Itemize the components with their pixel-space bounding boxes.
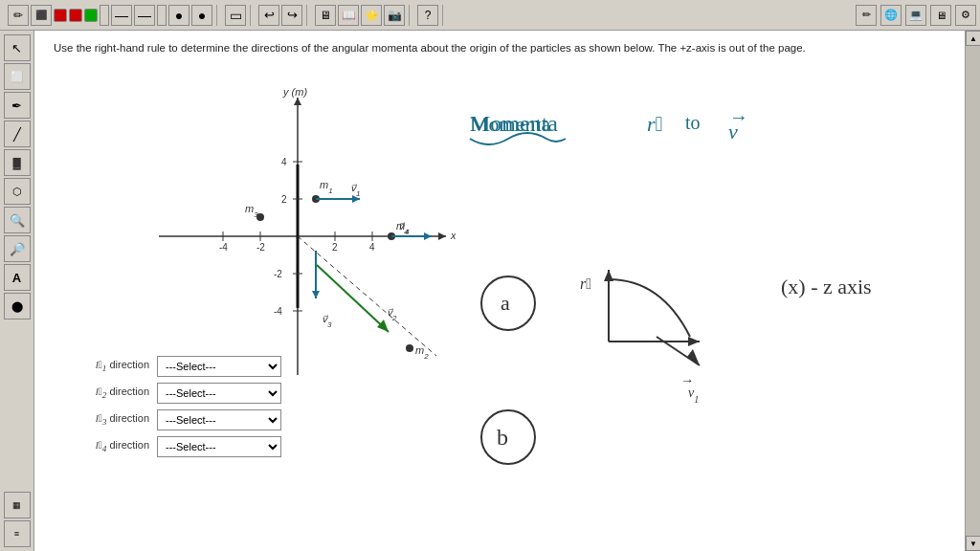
toolbar-page-btn[interactable]: ▭: [225, 5, 246, 26]
dropdown-row-l4: l⃗4 direction ---Select---+z-z+x-x+y-y: [73, 436, 360, 457]
l4-label: l⃗4 direction: [73, 439, 149, 453]
svg-text:-2: -2: [274, 269, 282, 279]
toolbar-right-btn2[interactable]: 🌐: [880, 5, 902, 26]
svg-marker-4: [294, 98, 301, 105]
sidebar-select-btn[interactable]: ⬡: [4, 178, 31, 205]
v-vector: v: [728, 120, 738, 143]
sidebar-zoomout-btn[interactable]: 🔎: [4, 235, 31, 262]
sidebar-pen-btn[interactable]: ✒: [4, 92, 31, 119]
toolbar-red-btn[interactable]: [54, 9, 67, 22]
toolbar-right-btn3[interactable]: 💻: [905, 5, 926, 26]
sidebar-line-btn[interactable]: ╱: [4, 121, 31, 147]
l3-label: l⃗3 direction: [73, 412, 149, 427]
toolbar-question-btn[interactable]: ?: [417, 5, 438, 26]
sidebar-eraser-btn[interactable]: ⬜: [4, 63, 31, 90]
main-content: Use the right-hand rule to determine the…: [34, 31, 965, 551]
r-vector: r⃗: [647, 112, 663, 136]
toolbar-group-tools: ✏ ⬛ — — ● ●: [4, 5, 217, 26]
svg-marker-36: [424, 232, 432, 240]
svg-text:m3: m3: [245, 203, 258, 219]
scrollbar-right[interactable]: ▲ ▼: [965, 31, 980, 551]
toolbar-dot2-btn[interactable]: ●: [191, 5, 212, 26]
toolbar-dash2-btn[interactable]: —: [134, 5, 155, 26]
coordinate-graph: x (m) y (m) -4 -2 2 4 4 2 -2 -4: [149, 88, 456, 385]
svg-marker-3: [438, 232, 446, 240]
toolbar-group-history: ↩ ↪: [255, 5, 307, 26]
l3-select[interactable]: ---Select---+z-z+x-x+y-y: [157, 409, 281, 430]
l1-select[interactable]: ---Select---+z-z+x-x+y-y: [157, 356, 281, 377]
problem-statement: Use the right-hand rule to determine the…: [54, 42, 806, 54]
axis-right-arrowhead: [688, 337, 700, 346]
sidebar-pointer-btn[interactable]: ↖: [4, 34, 31, 61]
z-axis-text: (x) - z axis: [781, 275, 872, 298]
toolbar-spacer: [100, 5, 109, 26]
toolbar-right-btn5[interactable]: ⚙: [955, 5, 976, 26]
circle-a-label: a: [501, 291, 510, 315]
svg-text:2: 2: [332, 242, 338, 253]
l4-select[interactable]: ---Select---+z-z+x-x+y-y: [157, 436, 281, 457]
sidebar-bottom2-btn[interactable]: ≡: [4, 520, 31, 547]
sidebar-zoomin-btn[interactable]: 🔍: [4, 207, 31, 233]
sidebar-text-btn[interactable]: A: [4, 264, 31, 291]
right-svg: Momenta r⃗ to → v a b (x) - z axis: [456, 83, 965, 551]
v1-arrowhead: [687, 349, 700, 365]
dropdown-row-l3: l⃗3 direction ---Select---+z-z+x-x+y-y: [73, 409, 360, 430]
toolbar-screen-btn[interactable]: 🖥: [315, 5, 336, 26]
svg-text:-2: -2: [256, 242, 265, 253]
svg-text:v⃗3: v⃗3: [322, 314, 332, 329]
svg-text:-4: -4: [219, 242, 228, 253]
svg-text:v⃗2: v⃗2: [387, 307, 397, 322]
v1-text: v1: [688, 386, 699, 405]
toolbar-dash-btn[interactable]: —: [111, 5, 132, 26]
l2-label: l⃗2 direction: [73, 386, 149, 400]
scroll-up-btn[interactable]: ▲: [966, 31, 980, 46]
graph-area: x (m) y (m) -4 -2 2 4 4 2 -2 -4: [149, 88, 456, 385]
toolbar-red2-btn[interactable]: [69, 9, 82, 22]
svg-text:2: 2: [281, 194, 287, 205]
svg-marker-39: [312, 291, 320, 298]
toolbar-dot-btn[interactable]: ●: [168, 5, 189, 26]
r-hat-diagram: r⃗: [580, 276, 591, 292]
to-text: to: [685, 112, 701, 133]
toolbar: ✏ ⬛ — — ● ● ▭ ↩ ↪ 🖥 📖 ⭐ 📷 ? ✏ 🌐 💻 🖥 ⚙: [0, 0, 980, 31]
quarter-circle: [609, 279, 690, 337]
toolbar-camera-btn[interactable]: 📷: [384, 5, 405, 26]
toolbar-square-btn[interactable]: ⬛: [31, 5, 52, 26]
svg-text:4: 4: [369, 242, 375, 253]
svg-text:-4: -4: [274, 306, 282, 317]
l1-label: l⃗1 direction: [73, 359, 149, 373]
sidebar-highlight-btn[interactable]: ▓: [4, 149, 31, 176]
toolbar-redo-btn[interactable]: ↪: [281, 5, 302, 26]
svg-text:4: 4: [281, 157, 287, 167]
toolbar-right-btn1[interactable]: ✏: [856, 5, 877, 26]
scroll-down-btn[interactable]: ▼: [966, 536, 980, 551]
svg-point-31: [406, 344, 413, 352]
right-content: Momenta Momenta r⃗ to → v a b (x) - z: [456, 83, 955, 551]
toolbar-book-btn[interactable]: 📖: [338, 5, 359, 26]
l2-select[interactable]: ---Select---+z-z+x-x+y-y: [157, 383, 281, 404]
toolbar-group-misc: 🖥 📖 ⭐ 📷: [311, 5, 410, 26]
dropdown-area: l⃗1 direction ---Select---+z-z+x-x+y-y l…: [73, 356, 360, 463]
toolbar-star-btn[interactable]: ⭐: [361, 5, 382, 26]
sidebar-bottom1-btn[interactable]: ▦: [4, 492, 31, 518]
momenta-word: Momenta: [470, 111, 558, 136]
circle-b: [481, 410, 535, 464]
problem-text: Use the right-hand rule to determine the…: [54, 40, 946, 55]
toolbar-pencil-btn[interactable]: ✏: [8, 5, 29, 26]
svg-text:m1: m1: [320, 179, 333, 195]
toolbar-group-page: ▭: [221, 5, 251, 26]
toolbar-group-help: ?: [413, 5, 443, 26]
circle-b-label: b: [497, 425, 508, 450]
scroll-track[interactable]: [966, 46, 980, 536]
svg-marker-42: [377, 320, 389, 332]
toolbar-green-btn[interactable]: [84, 9, 98, 22]
toolbar-right-btn4[interactable]: 🖥: [930, 5, 951, 26]
toolbar-right: ✏ 🌐 💻 🖥 ⚙: [856, 5, 976, 26]
svg-text:y (m): y (m): [282, 88, 307, 98]
dropdown-row-l2: l⃗2 direction ---Select---+z-z+x-x+y-y: [73, 383, 360, 404]
toolbar-undo-btn[interactable]: ↩: [258, 5, 279, 26]
svg-text:m2: m2: [415, 344, 429, 361]
toolbar-spacer2: [157, 5, 167, 26]
svg-text:v⃗4: v⃗4: [398, 221, 409, 236]
sidebar-shapes-btn[interactable]: ⬤: [4, 293, 31, 320]
